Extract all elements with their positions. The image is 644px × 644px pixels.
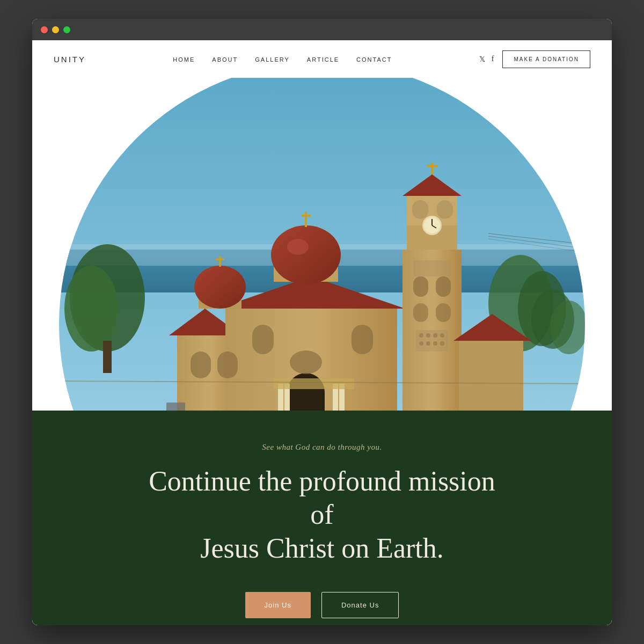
svg-rect-50: [413, 303, 428, 322]
svg-point-19: [287, 239, 309, 255]
svg-point-47: [290, 350, 322, 374]
join-us-button[interactable]: Join Us: [245, 592, 311, 618]
svg-rect-24: [412, 200, 428, 219]
svg-rect-15: [459, 341, 523, 411]
church-scene-svg: [59, 78, 585, 411]
nav-item-gallery[interactable]: GALLERY: [255, 54, 290, 64]
svg-rect-31: [413, 260, 451, 276]
svg-point-59: [433, 341, 437, 346]
svg-point-56: [440, 333, 444, 338]
nav-right: 𝕏 f MAKE A DONATION: [479, 50, 590, 68]
cta-buttons: Join Us Donate Us: [54, 592, 590, 618]
svg-rect-44: [274, 378, 354, 389]
svg-point-55: [433, 333, 437, 338]
nav-item-article[interactable]: ARTICLE: [307, 54, 339, 64]
donate-us-button[interactable]: Donate Us: [321, 592, 399, 618]
nav-item-about[interactable]: ABOUT: [212, 54, 238, 64]
svg-point-57: [419, 341, 423, 346]
minimize-button[interactable]: [52, 26, 59, 33]
nav-item-home[interactable]: HOME: [173, 54, 195, 64]
svg-rect-48: [413, 276, 428, 297]
make-donation-button[interactable]: MAKE A DONATION: [502, 50, 590, 68]
svg-rect-45: [252, 325, 274, 354]
svg-point-60: [440, 341, 444, 346]
twitter-icon[interactable]: 𝕏: [479, 55, 485, 64]
hero-section: [32, 78, 612, 411]
svg-point-18: [271, 225, 341, 284]
browser-chrome: [32, 19, 612, 40]
svg-rect-5: [103, 341, 112, 373]
facebook-icon[interactable]: f: [492, 55, 494, 63]
svg-rect-46: [352, 325, 373, 354]
svg-point-4: [64, 266, 118, 352]
svg-rect-51: [436, 303, 451, 322]
hero-heading: Continue the profound mission of Jesus C…: [134, 465, 510, 565]
svg-rect-61: [191, 352, 211, 378]
page-content: UNITY HOME ABOUT GALLERY ARTICLE CONTACT: [32, 40, 612, 625]
svg-point-54: [426, 333, 430, 338]
browser-window: UNITY HOME ABOUT GALLERY ARTICLE CONTACT: [32, 19, 612, 625]
svg-rect-39: [287, 394, 325, 411]
hero-tagline: See what God can do through you.: [54, 443, 590, 452]
site-logo[interactable]: UNITY: [54, 55, 86, 64]
svg-point-58: [426, 341, 430, 346]
maximize-button[interactable]: [63, 26, 70, 33]
svg-rect-52: [416, 330, 448, 352]
svg-rect-25: [437, 200, 453, 219]
nav-links: HOME ABOUT GALLERY ARTICLE CONTACT: [173, 54, 392, 64]
svg-point-53: [419, 333, 423, 338]
social-icons: 𝕏 f: [479, 55, 494, 64]
nav-item-contact[interactable]: CONTACT: [356, 54, 392, 64]
svg-rect-49: [436, 276, 451, 297]
svg-rect-78: [166, 402, 185, 411]
hero-circle-image: [59, 78, 585, 411]
svg-rect-62: [217, 352, 238, 378]
lower-section: See what God can do through you. Continu…: [32, 411, 612, 625]
svg-point-21: [194, 266, 246, 309]
close-button[interactable]: [41, 26, 48, 33]
navbar: UNITY HOME ABOUT GALLERY ARTICLE CONTACT: [32, 40, 612, 78]
